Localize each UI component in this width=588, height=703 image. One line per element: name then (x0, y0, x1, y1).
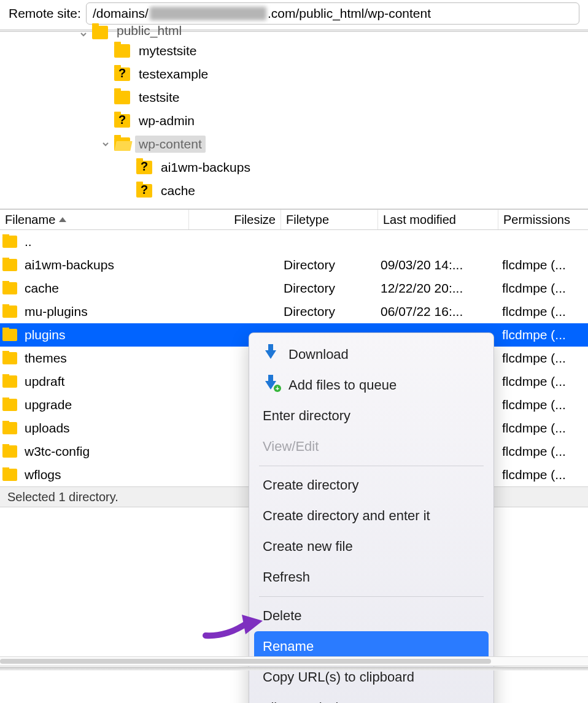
tree-item[interactable]: wp-content (0, 133, 588, 156)
menu-separator (259, 466, 484, 466)
tree-label: wp-content (135, 136, 206, 153)
menu-refresh-label: Refresh (263, 569, 310, 585)
file-name: updraft (25, 374, 64, 389)
col-filetype-label: Filetype (286, 213, 329, 227)
file-permissions: flcdmpe (... (498, 304, 588, 319)
menu-delete-label: Delete (263, 608, 302, 624)
menu-delete[interactable]: Delete (254, 601, 489, 631)
col-filesize-label: Filesize (234, 213, 276, 227)
menu-download-label: Download (288, 347, 349, 363)
file-row[interactable]: mu-pluginsDirectory06/07/22 16:...flcdmp… (0, 300, 588, 323)
file-row[interactable]: ai1wm-backupsDirectory09/03/20 14:...flc… (0, 253, 588, 277)
menu-refresh[interactable]: Refresh (254, 562, 489, 593)
menu-file-perm-label: File permissions... (263, 700, 371, 703)
col-filename[interactable]: Filename (0, 210, 189, 229)
folder-icon (114, 44, 130, 58)
menu-rename-label: Rename (263, 639, 314, 655)
folder-icon (2, 329, 17, 341)
tree-label: public_html (113, 23, 185, 39)
file-name: ai1wm-backups (25, 258, 114, 272)
tree-label: mytestsite (135, 42, 201, 60)
file-permissions: flcdmpe (... (498, 467, 588, 482)
file-name: mu-plugins (25, 304, 88, 319)
tree-item[interactable]: ai1wm-backups (0, 156, 588, 179)
unknown-folder-icon (114, 67, 130, 81)
folder-icon (2, 282, 17, 294)
tree-label: cache (157, 182, 199, 199)
folder-icon (2, 236, 17, 248)
file-permissions: flcdmpe (... (498, 258, 588, 272)
file-row[interactable]: .. (0, 230, 588, 253)
file-name: .. (25, 234, 32, 249)
tree-item[interactable]: mytestsite (0, 39, 588, 63)
menu-create-directory-enter[interactable]: Create directory and enter it (254, 501, 489, 531)
menu-download[interactable]: Download (254, 339, 489, 370)
file-permissions: flcdmpe (... (498, 374, 588, 389)
tree-item-public-html[interactable]: public_html (0, 23, 588, 39)
tree-label: testsite (135, 89, 184, 106)
menu-add-queue-label: Add files to queue (288, 377, 397, 393)
path-prefix: /domains/ (93, 6, 149, 21)
file-name: cache (25, 281, 59, 296)
folder-icon (2, 422, 17, 434)
folder-icon (92, 26, 108, 39)
menu-create-dir-enter-label: Create directory and enter it (263, 508, 430, 524)
path-suffix: .com/public_html/wp-content (268, 6, 431, 21)
menu-create-file[interactable]: Create new file (254, 531, 489, 562)
menu-copy-url-label: Copy URL(s) to clipboard (263, 669, 414, 685)
file-permissions: flcdmpe (... (498, 351, 588, 366)
menu-create-file-label: Create new file (263, 539, 353, 555)
file-permissions: flcdmpe (... (498, 421, 588, 436)
remote-path-input[interactable]: /domains/ .com/public_html/wp-content (86, 2, 579, 25)
tree-item[interactable]: cache (0, 179, 588, 202)
menu-create-directory[interactable]: Create directory (254, 470, 489, 501)
file-permissions: flcdmpe (... (498, 281, 588, 296)
tree-item[interactable]: wp-admin (0, 109, 588, 133)
tree-item[interactable]: testsite (0, 86, 588, 109)
path-redacted (150, 7, 266, 20)
col-permissions[interactable]: Permissions (498, 210, 588, 229)
remote-site-label: Remote site: (9, 6, 81, 21)
menu-enter-dir-label: Enter directory (263, 408, 350, 424)
tree-label: ai1wm-backups (157, 159, 254, 176)
panel-edge (0, 667, 588, 670)
file-permissions: flcdmpe (... (498, 328, 588, 342)
file-name: w3tc-config (25, 444, 90, 459)
tree-item[interactable]: testexample (0, 63, 588, 86)
col-lastmodified[interactable]: Last modified (378, 210, 498, 229)
file-type: Directory (281, 258, 378, 272)
sort-asc-icon (59, 217, 66, 222)
unknown-folder-icon (114, 114, 130, 128)
file-list-header: Filename Filesize Filetype Last modified… (0, 209, 588, 230)
file-name: wflogs (25, 467, 61, 482)
menu-add-to-queue[interactable]: + Add files to queue (254, 370, 489, 401)
folder-icon (2, 469, 17, 481)
file-name: uploads (25, 421, 70, 436)
file-type: Directory (281, 304, 378, 319)
file-type: Directory (281, 281, 378, 296)
folder-icon (2, 445, 17, 458)
unknown-folder-icon (136, 184, 152, 198)
chevron-down-icon[interactable] (79, 29, 88, 39)
file-modified: 12/22/20 20:... (378, 281, 498, 296)
file-row[interactable]: cacheDirectory12/22/20 20:...flcdmpe (..… (0, 277, 588, 300)
menu-create-dir-label: Create directory (263, 477, 359, 493)
col-filesize[interactable]: Filesize (189, 210, 281, 229)
horizontal-scrollbar[interactable] (0, 656, 588, 666)
folder-icon (114, 91, 130, 104)
scrollbar-thumb[interactable] (0, 659, 491, 664)
file-modified: 06/07/22 16:... (378, 304, 498, 319)
folder-icon (2, 259, 17, 271)
col-permissions-label: Permissions (503, 213, 570, 227)
menu-file-permissions[interactable]: File permissions... (254, 693, 489, 703)
tree-label: wp-admin (135, 112, 198, 129)
context-menu: Download + Add files to queue Enter dire… (249, 332, 494, 703)
file-name: themes (25, 351, 67, 366)
col-lastmodified-label: Last modified (383, 213, 456, 227)
remote-tree: public_html mytestsitetestexampletestsit… (0, 21, 588, 209)
menu-enter-directory[interactable]: Enter directory (254, 401, 489, 431)
col-filetype[interactable]: Filetype (281, 210, 378, 229)
file-name: plugins (25, 328, 66, 342)
col-filename-label: Filename (5, 213, 55, 227)
chevron-down-icon[interactable] (101, 139, 110, 149)
